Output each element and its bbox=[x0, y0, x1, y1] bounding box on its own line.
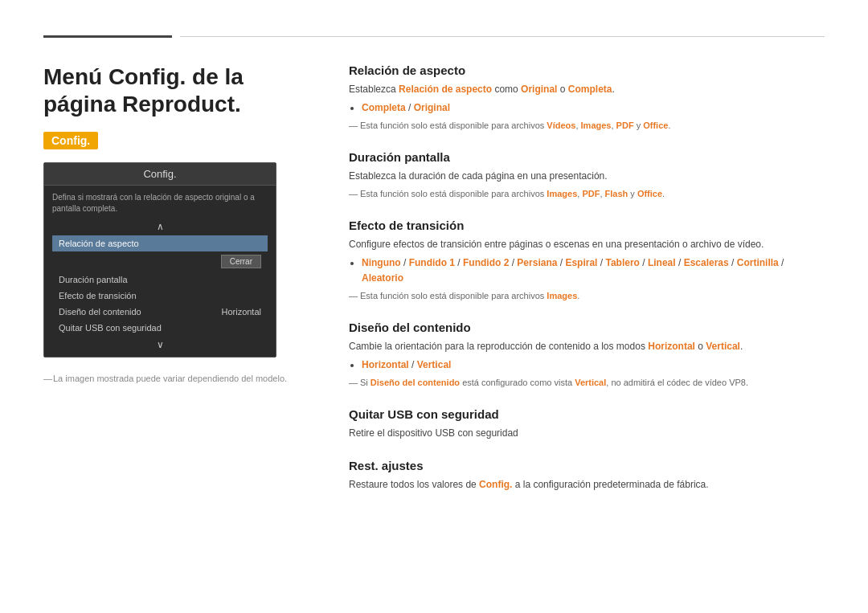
menu-body: Defina si mostrará con la relación de as… bbox=[44, 186, 276, 357]
note-images3: Images bbox=[547, 291, 577, 300]
section-body-usb: Retire el dispositivo USB con seguridad bbox=[349, 426, 825, 441]
bullet-completa-original: Completa / Original bbox=[362, 100, 825, 116]
text-rest-desc2: a la configuración predeterminada de fáb… bbox=[512, 479, 708, 490]
menu-description: Defina si mostrará con la relación de as… bbox=[52, 192, 268, 215]
text-diseno-o: o bbox=[695, 341, 706, 352]
note-diseno-link: Diseño del contenido bbox=[371, 378, 460, 387]
note-vertical-link: Vertical bbox=[575, 378, 606, 387]
main-content: Menú Config. de la página Reproduct. Con… bbox=[0, 63, 868, 510]
note-flash: Flash bbox=[605, 189, 628, 198]
menu-screenshot: Config. Defina si mostrará con la relaci… bbox=[43, 162, 276, 358]
note-office1: Office bbox=[643, 121, 668, 130]
bullet-efecto-options: Ninguno / Fundido 1 / Fundido 2 / Persia… bbox=[362, 255, 825, 286]
note-relacion-text1: Esta función solo está disponible para a… bbox=[360, 121, 547, 130]
opt-horizontal: Horizontal bbox=[362, 359, 409, 370]
bullet-list-relacion: Completa / Original bbox=[362, 100, 825, 116]
left-panel-note: La imagen mostrada puede variar dependie… bbox=[43, 374, 317, 383]
note-duracion: Esta función solo está disponible para a… bbox=[349, 187, 825, 201]
note-images2: Images bbox=[547, 189, 577, 198]
menu-item-efecto[interactable]: Efecto de transición bbox=[52, 288, 268, 304]
note-period3: . bbox=[662, 189, 665, 198]
note-diseno-text3: , no admitirá el códec de vídeo VP8. bbox=[606, 378, 748, 387]
note-period4: . bbox=[577, 291, 579, 300]
section-body-rest: Restaure todos los valores de Config. a … bbox=[349, 477, 825, 492]
text-diseno-desc1: Cambie la orientación para la reproducci… bbox=[349, 341, 648, 352]
section-relacion-aspecto: Relación de aspecto Establezca Relación … bbox=[349, 63, 825, 133]
opt-lineal: Lineal bbox=[648, 257, 676, 268]
config-badge: Config. bbox=[43, 132, 98, 149]
opt-aleatorio: Aleatorio bbox=[362, 272, 403, 284]
menu-button-row: Cerrar bbox=[52, 251, 268, 272]
opt-espiral: Espiral bbox=[565, 257, 597, 268]
note-efecto-text1: Esta función solo está disponible para a… bbox=[360, 291, 547, 300]
opt-vertical: Vertical bbox=[417, 359, 452, 370]
menu-arrow-up: ∧ bbox=[52, 221, 268, 232]
menu-item-usb[interactable]: Quitar USB con seguridad bbox=[52, 320, 268, 336]
page-title: Menú Config. de la página Reproduct. bbox=[43, 63, 317, 117]
opt-ninguno: Ninguno bbox=[362, 257, 401, 268]
section-title-duracion: Duración pantalla bbox=[349, 150, 825, 164]
opt-tablero: Tablero bbox=[605, 257, 639, 268]
bullet-horizontal-vertical: Horizontal / Vertical bbox=[362, 358, 825, 373]
section-body-relacion: Establezca Relación de aspecto como Orig… bbox=[349, 82, 825, 133]
note-diseno-text2: está configurado como vista bbox=[460, 378, 575, 387]
text-completa-b: Completa bbox=[362, 102, 406, 113]
line-right bbox=[180, 36, 825, 37]
left-panel: Menú Config. de la página Reproduct. Con… bbox=[43, 63, 317, 510]
text-slash1: / bbox=[406, 102, 414, 113]
note-duracion-text1: Esta función solo está disponible para a… bbox=[360, 189, 547, 198]
section-diseno: Diseño del contenido Cambie la orientaci… bbox=[349, 321, 825, 390]
opt-fundido2: Fundido 2 bbox=[463, 257, 509, 268]
text-establezca: Establezca bbox=[349, 84, 399, 95]
text-rest-desc1: Restaure todos los valores de bbox=[349, 479, 479, 490]
section-title-relacion: Relación de aspecto bbox=[349, 63, 825, 77]
section-title-efecto: Efecto de transición bbox=[349, 219, 825, 232]
text-horizontal: Horizontal bbox=[648, 341, 695, 352]
text-efecto-desc: Configure efectos de transición entre pá… bbox=[349, 239, 764, 250]
section-title-diseno: Diseño del contenido bbox=[349, 321, 825, 334]
menu-item-duracion[interactable]: Duración pantalla bbox=[52, 272, 268, 288]
note-y1: y bbox=[634, 121, 644, 130]
note-period2: . bbox=[668, 121, 670, 130]
note-si: Si bbox=[360, 378, 371, 387]
section-efecto: Efecto de transición Configure efectos d… bbox=[349, 219, 825, 303]
section-body-diseno: Cambie la orientación para la reproducci… bbox=[349, 339, 825, 390]
section-body-efecto: Configure efectos de transición entre pá… bbox=[349, 237, 825, 303]
text-como: como bbox=[492, 84, 521, 95]
text-usb-desc: Retire el dispositivo USB con seguridad bbox=[349, 427, 518, 439]
text-relacion-link: Relación de aspecto bbox=[399, 84, 492, 95]
menu-arrow-down: ∨ bbox=[52, 339, 268, 350]
section-usb: Quitar USB con seguridad Retire el dispo… bbox=[349, 407, 825, 441]
menu-cerrar-button[interactable]: Cerrar bbox=[221, 255, 261, 268]
opt-fundido1: Fundido 1 bbox=[409, 257, 455, 268]
text-period1: . bbox=[612, 84, 614, 95]
opt-persiana: Persiana bbox=[517, 257, 557, 268]
note-y2: y bbox=[628, 189, 637, 198]
line-left bbox=[43, 35, 172, 38]
text-config-link: Config. bbox=[479, 479, 512, 490]
note-efecto: Esta función solo está disponible para a… bbox=[349, 289, 825, 303]
bullet-list-efecto: Ninguno / Fundido 1 / Fundido 2 / Persia… bbox=[362, 255, 825, 286]
section-title-rest: Rest. ajustes bbox=[349, 459, 825, 472]
menu-item-diseno-label: Diseño del contenido bbox=[59, 307, 141, 317]
note-office2: Office bbox=[637, 189, 662, 198]
text-o: o bbox=[557, 84, 567, 95]
note-pdf1: PDF bbox=[616, 121, 634, 130]
section-duracion: Duración pantalla Establezca la duración… bbox=[349, 150, 825, 201]
text-original: Original bbox=[521, 84, 557, 95]
top-decorative-lines bbox=[0, 35, 868, 38]
note-images1: Images bbox=[581, 121, 612, 130]
text-period5: . bbox=[740, 341, 743, 352]
text-vertical: Vertical bbox=[706, 341, 740, 352]
text-duracion-desc: Establezca la duración de cada página en… bbox=[349, 170, 608, 182]
menu-item-relacion[interactable]: Relación de aspecto bbox=[52, 235, 268, 251]
menu-item-diseno[interactable]: Diseño del contenido Horizontal bbox=[52, 304, 268, 320]
note-videos: Vídeos bbox=[547, 121, 575, 130]
opt-cortinilla: Cortinilla bbox=[737, 257, 779, 268]
note-relacion: Esta función solo está disponible para a… bbox=[349, 119, 825, 133]
menu-title-bar: Config. bbox=[44, 163, 276, 186]
section-title-usb: Quitar USB con seguridad bbox=[349, 407, 825, 421]
section-body-duracion: Establezca la duración de cada página en… bbox=[349, 169, 825, 201]
text-original-b: Original bbox=[414, 102, 450, 113]
section-rest: Rest. ajustes Restaure todos los valores… bbox=[349, 459, 825, 492]
